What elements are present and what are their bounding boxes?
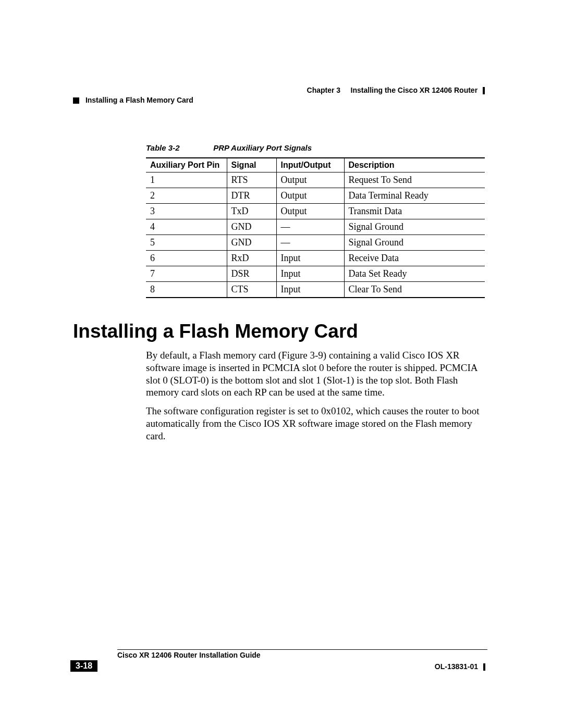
- table-header-row: Auxiliary Port Pin Signal Input/Output D…: [146, 158, 485, 172]
- cell-io: Output: [276, 188, 344, 204]
- table-row: 5 GND — Signal Ground: [146, 235, 485, 251]
- paragraph: The software configuration register is s…: [146, 405, 485, 442]
- cell-desc: Transmit Data: [344, 204, 485, 219]
- document-page: Chapter 3 Installing the Cisco XR 12406 …: [0, 0, 563, 728]
- table-row: 3 TxD Output Transmit Data: [146, 204, 485, 219]
- page-number: 3-18: [70, 660, 97, 672]
- footer-bar-icon: [483, 663, 485, 671]
- table-row: 8 CTS Input Clear To Send: [146, 282, 485, 298]
- cell-io: —: [276, 219, 344, 235]
- page-footer: Cisco XR 12406 Router Installation Guide…: [70, 649, 487, 672]
- running-header-right: Chapter 3 Installing the Cisco XR 12406 …: [307, 86, 485, 94]
- cell-desc: Signal Ground: [344, 219, 485, 235]
- cell-io: Input: [276, 282, 344, 298]
- cell-signal: GND: [227, 235, 276, 251]
- cell-pin: 4: [146, 219, 227, 235]
- th-pin: Auxiliary Port Pin: [146, 158, 227, 172]
- th-signal: Signal: [227, 158, 276, 172]
- section-title: Installing a Flash Memory Card: [85, 96, 193, 104]
- chapter-title: Installing the Cisco XR 12406 Router: [351, 86, 478, 94]
- cell-pin: 1: [146, 172, 227, 188]
- cell-signal: TxD: [227, 204, 276, 219]
- cell-desc: Data Terminal Ready: [344, 188, 485, 204]
- running-header-left: Installing a Flash Memory Card: [73, 96, 193, 104]
- cell-pin: 6: [146, 251, 227, 266]
- th-io: Input/Output: [276, 158, 344, 172]
- table-row: 7 DSR Input Data Set Ready: [146, 266, 485, 282]
- cell-io: Input: [276, 251, 344, 266]
- doc-id-text: OL-13831-01: [435, 662, 478, 671]
- footer-guide-title: Cisco XR 12406 Router Installation Guide: [117, 649, 487, 659]
- cell-io: Output: [276, 204, 344, 219]
- table-row: 4 GND — Signal Ground: [146, 219, 485, 235]
- cell-io: Output: [276, 172, 344, 188]
- table-row: 6 RxD Input Receive Data: [146, 251, 485, 266]
- cell-signal: DSR: [227, 266, 276, 282]
- cell-pin: 3: [146, 204, 227, 219]
- table-number: Table 3-2: [146, 143, 211, 152]
- th-desc: Description: [344, 158, 485, 172]
- document-id: OL-13831-01: [435, 662, 485, 671]
- cell-pin: 2: [146, 188, 227, 204]
- table-title: PRP Auxiliary Port Signals: [213, 143, 312, 152]
- heading-1: Installing a Flash Memory Card: [73, 320, 358, 342]
- cell-signal: CTS: [227, 282, 276, 298]
- cell-desc: Receive Data: [344, 251, 485, 266]
- cell-signal: DTR: [227, 188, 276, 204]
- cell-desc: Data Set Ready: [344, 266, 485, 282]
- table-caption: Table 3-2 PRP Auxiliary Port Signals: [146, 143, 485, 152]
- body-text: By default, a Flash memory card (Figure …: [146, 349, 485, 448]
- cell-signal: GND: [227, 219, 276, 235]
- cell-io: —: [276, 235, 344, 251]
- cell-io: Input: [276, 266, 344, 282]
- cell-signal: RTS: [227, 172, 276, 188]
- table-row: 1 RTS Output Request To Send: [146, 172, 485, 188]
- table-block: Table 3-2 PRP Auxiliary Port Signals Aux…: [146, 143, 485, 298]
- cell-desc: Request To Send: [344, 172, 485, 188]
- cell-desc: Clear To Send: [344, 282, 485, 298]
- table-row: 2 DTR Output Data Terminal Ready: [146, 188, 485, 204]
- cell-pin: 8: [146, 282, 227, 298]
- section-marker-icon: [73, 97, 79, 104]
- cell-desc: Signal Ground: [344, 235, 485, 251]
- chapter-label: Chapter 3: [307, 86, 341, 94]
- footer-row: 3-18 OL-13831-01: [70, 660, 487, 672]
- cell-pin: 7: [146, 266, 227, 282]
- cell-pin: 5: [146, 235, 227, 251]
- header-bar-icon: [483, 87, 485, 94]
- cell-signal: RxD: [227, 251, 276, 266]
- paragraph: By default, a Flash memory card (Figure …: [146, 349, 485, 399]
- signal-table: Auxiliary Port Pin Signal Input/Output D…: [146, 157, 485, 298]
